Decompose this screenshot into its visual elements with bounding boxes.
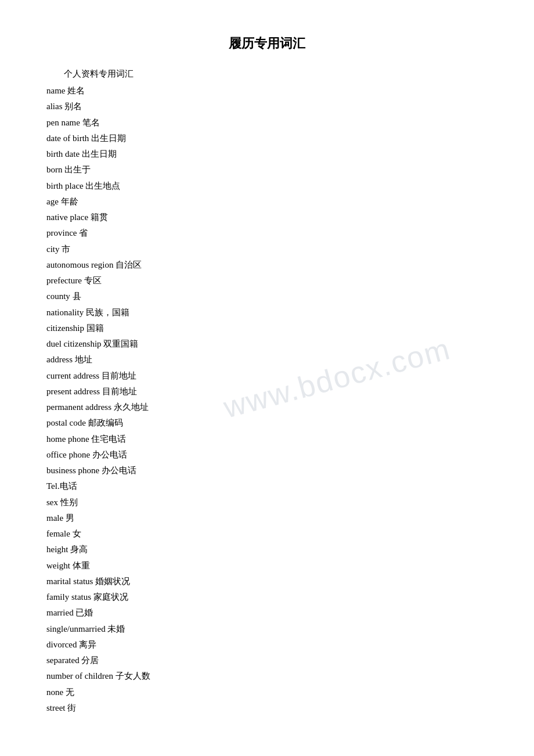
list-item: prefecture 专区 [46,273,488,288]
page-title: 履历专用词汇 [46,35,488,52]
vocab-list: name 姓名alias 别名pen name 笔名date of birth … [46,83,488,715]
list-item: number of children 子女人数 [46,668,488,683]
list-item: age 年龄 [46,194,488,209]
list-item: name 姓名 [46,83,488,98]
list-item: city 市 [46,242,488,257]
list-item: province 省 [46,225,488,240]
list-item: family status 家庭状况 [46,589,488,604]
list-item: born 出生于 [46,162,488,177]
list-item: autonomous region 自治区 [46,257,488,272]
list-item: office phone 办公电话 [46,447,488,462]
list-item: separated 分居 [46,653,488,668]
list-item: alias 别名 [46,99,488,114]
list-item: single/unmarried 未婚 [46,621,488,636]
list-item: weight 体重 [46,558,488,573]
section-header: 个人资料专用词汇 [46,69,488,80]
list-item: street 街 [46,700,488,715]
list-item: duel citizenship 双重国籍 [46,336,488,351]
list-item: native place 籍贯 [46,210,488,225]
list-item: height 身高 [46,542,488,557]
list-item: marital status 婚姻状况 [46,574,488,589]
list-item: address 地址 [46,352,488,367]
list-item: divorced 离异 [46,637,488,652]
list-item: nationality 民族，国籍 [46,305,488,320]
list-item: business phone 办公电话 [46,463,488,478]
list-item: permanent address 永久地址 [46,399,488,415]
list-item: sex 性别 [46,495,488,510]
list-item: Tel.电话 [46,478,488,494]
list-item: none 无 [46,685,488,700]
list-item: female 女 [46,526,488,541]
list-item: current address 目前地址 [46,368,488,383]
list-item: citizenship 国籍 [46,321,488,336]
list-item: date of birth 出生日期 [46,131,488,146]
list-item: postal code 邮政编码 [46,415,488,430]
list-item: married 已婚 [46,605,488,620]
list-item: home phone 住宅电话 [46,431,488,447]
list-item: pen name 笔名 [46,115,488,130]
list-item: present address 目前地址 [46,384,488,399]
list-item: male 男 [46,510,488,525]
list-item: birth place 出生地点 [46,178,488,193]
list-item: birth date 出生日期 [46,146,488,161]
list-item: county 县 [46,289,488,304]
